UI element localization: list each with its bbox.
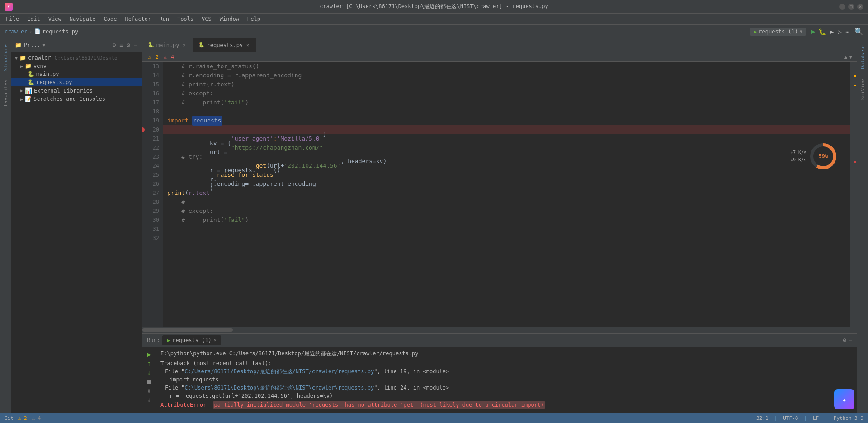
code-line-15: # print(r.text): [163, 80, 850, 89]
run-scroll-btn[interactable]: ⇓: [147, 387, 151, 394]
search-button[interactable]: 🔍: [854, 27, 863, 36]
bottom-minimize-icon[interactable]: −: [849, 337, 852, 343]
status-line-endings[interactable]: LF: [813, 415, 819, 421]
code-line-17: # print("fail"): [163, 98, 850, 107]
tree-label-venv: venv: [33, 63, 47, 69]
bottom-panel: Run: ▶ requests (1) ✕ ⚙ − ▶ ↑ ↓ ■: [142, 333, 857, 423]
panel-header-actions: ⊕ ≡ ⚙ −: [112, 41, 138, 49]
tree-item-scratches[interactable]: ▶ 📝 Scratches and Consoles: [11, 95, 142, 103]
output-file2-path[interactable]: C:\Users\86171\Desktop\最近的都在这\NIST\crawl…: [184, 385, 374, 391]
error-badge: ⚠ 4: [162, 54, 174, 60]
output-file-line2: File "C:\Users\86171\Desktop\最近的都在这\NIST…: [160, 384, 852, 392]
profile-button[interactable]: ▶: [830, 28, 834, 35]
collapse-icon[interactable]: ≡: [119, 41, 124, 49]
menu-run[interactable]: Run: [156, 15, 173, 23]
line-num-15: 15: [142, 80, 159, 89]
menu-refactor[interactable]: Refactor: [121, 15, 155, 23]
code-line-22: url = "https://chapangzhan.com/": [163, 143, 850, 152]
jetbrains-logo: ✦: [834, 389, 854, 409]
settings-icon[interactable]: ⚙: [126, 41, 131, 49]
status-python-version[interactable]: Python 3.9: [834, 415, 863, 421]
line-num-22: 22: [142, 143, 159, 152]
close-button[interactable]: ✕: [857, 4, 863, 10]
sidebar-item-database[interactable]: Database: [860, 41, 866, 74]
menu-file[interactable]: File: [2, 15, 23, 23]
bottom-panel-actions: ⚙ −: [843, 337, 852, 343]
run-config-label: requests (1): [759, 28, 798, 35]
line-num-30: 30: [142, 216, 159, 225]
debug-button[interactable]: 🐛: [818, 28, 826, 35]
hide-icon[interactable]: −: [133, 41, 138, 49]
status-git[interactable]: Git: [5, 415, 14, 421]
tree-item-external-libs[interactable]: ▶ 📊 External Libraries: [11, 86, 142, 95]
run-tab-close[interactable]: ✕: [214, 338, 217, 343]
right-sidebar: Database SciView: [857, 38, 868, 423]
window-title: crawler [C:\Users\86171\Desktop\最近的都在这\N…: [320, 3, 548, 10]
minimize-button[interactable]: —: [839, 4, 845, 10]
more-button[interactable]: ⋯: [846, 28, 849, 35]
tab-close-requestspy[interactable]: ✕: [245, 42, 250, 48]
menu-edit[interactable]: Edit: [24, 15, 44, 23]
project-panel: 📁 Pr... ▼ ⊕ ≡ ⚙ − ▼ 📁 crawler C:\Users\8…: [11, 38, 142, 423]
sidebar-item-structure[interactable]: Structure: [3, 41, 9, 75]
run-config-selector[interactable]: ▶ requests (1) ▼: [750, 28, 806, 36]
code-content[interactable]: # r.raise_for_status() # r.encoding = r.…: [163, 62, 850, 327]
warnings-expand-up[interactable]: ▲: [844, 54, 848, 60]
bottom-settings-icon[interactable]: ⚙: [843, 337, 846, 343]
code-line-14: # r.encoding = r.apparent_encoding: [163, 71, 850, 80]
output-file2-suffix: ", line 24, in <module>: [374, 385, 449, 391]
menu-navigate[interactable]: Navigate: [66, 15, 99, 23]
run-button[interactable]: ▶: [811, 27, 816, 36]
editor-scrollbar[interactable]: [850, 62, 857, 327]
menu-code[interactable]: Code: [100, 15, 121, 23]
horizontal-scrollbar[interactable]: [142, 327, 857, 333]
h-scrollbar-thumb[interactable]: [142, 328, 233, 332]
status-warnings-count[interactable]: ⚠ 2 ⚠ 4: [18, 415, 41, 421]
run-stop-btn[interactable]: ■: [147, 378, 151, 385]
sidebar-item-favorites[interactable]: Favorites: [3, 76, 9, 110]
sidebar-item-sciview[interactable]: SciView: [860, 75, 866, 104]
tree-item-venv[interactable]: ▶ 📁 venv: [11, 62, 142, 70]
menu-help[interactable]: Help: [244, 15, 264, 23]
maximize-button[interactable]: □: [848, 4, 854, 10]
tab-close-mainpy[interactable]: ✕: [182, 42, 187, 48]
tree-item-mainpy[interactable]: 🐍 main.py: [11, 70, 142, 78]
code-line-28: #: [163, 197, 850, 207]
main-content: 🐍 main.py ✕ 🐍 requests.py ✕ ⚠ 2 ⚠ 4 ▲: [142, 38, 857, 423]
warnings-expand-down[interactable]: ▼: [849, 54, 852, 60]
run-output[interactable]: E:\python\python.exe C:/Users/86171/Desk…: [156, 347, 857, 423]
code-line-21: kv = {'user-agent':'Mozilla/5.0'}: [163, 134, 850, 143]
run-play-btn[interactable]: ▶: [147, 351, 151, 358]
breadcrumb-project[interactable]: crawler: [5, 28, 28, 35]
run-tab-requests[interactable]: ▶ requests (1) ✕: [162, 335, 221, 345]
warning-count: 2: [156, 54, 159, 60]
line-num-26: 26: [142, 179, 159, 188]
coverage-button[interactable]: ▷: [838, 28, 841, 35]
run-pin-btn[interactable]: ↡: [147, 396, 151, 403]
menu-vcs[interactable]: VCS: [198, 15, 215, 23]
expand-arrow-venv: ▶: [20, 64, 23, 69]
output-file1-path[interactable]: C:/Users/86171/Desktop/最近的都在这/NIST/crawl…: [184, 368, 374, 375]
bottom-panel-toolbar: ▶ ↑ ↓ ■ ⇓ ↡: [142, 347, 156, 423]
run-down-btn[interactable]: ↓: [147, 369, 151, 376]
tab-mainpy[interactable]: 🐍 main.py ✕: [142, 38, 193, 52]
menu-tools[interactable]: Tools: [174, 15, 197, 23]
menu-window[interactable]: Window: [216, 15, 243, 23]
line-num-17: 17: [142, 98, 159, 107]
warning-icon: ⚠: [148, 54, 151, 60]
nav-bar: crawler › 📄 requests.py ▶ requests (1) ▼…: [0, 25, 868, 38]
panel-header-title-area: 📁 Pr... ▼: [15, 42, 45, 48]
tree-root[interactable]: ▼ 📁 crawler C:\Users\86171\Deskto: [11, 54, 142, 62]
output-file-line1: File "C:/Users/86171/Desktop/最近的都在这/NIST…: [160, 367, 852, 376]
run-up-btn[interactable]: ↑: [147, 360, 151, 367]
menu-view[interactable]: View: [45, 15, 65, 23]
breadcrumb-file[interactable]: 📄 requests.py: [34, 28, 78, 35]
tab-requestspy[interactable]: 🐍 requests.py ✕: [193, 38, 257, 52]
tree-item-requestspy[interactable]: 🐍 requests.py: [11, 78, 142, 86]
code-line-19: import requests: [163, 116, 850, 125]
sync-icon[interactable]: ⊕: [112, 41, 117, 49]
tree-label-mainpy: main.py: [36, 71, 59, 77]
status-encoding[interactable]: UTF-8: [783, 415, 798, 421]
output-get-line: r = requests.get(url+'202.102.144.56', h…: [160, 392, 852, 400]
project-panel-header: 📁 Pr... ▼ ⊕ ≡ ⚙ −: [11, 38, 142, 52]
